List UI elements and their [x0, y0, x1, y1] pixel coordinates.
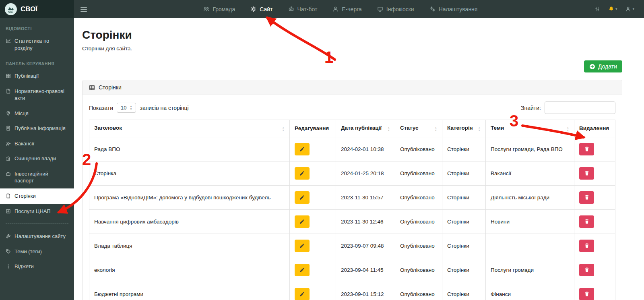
status-cell: Опубліковано [395, 209, 442, 234]
title-cell: Навчання цифрових амбасадорів [89, 209, 290, 234]
topics-cell: Вакансії [486, 161, 574, 185]
brand-logo-icon [5, 3, 17, 15]
status-cell: Опубліковано [395, 258, 442, 282]
status-cell: Опубліковано [395, 234, 442, 258]
sort-icon[interactable]: ▲▼ [567, 126, 569, 132]
sidebar-item-publichna-informatsiia[interactable]: Публічна інформація [0, 121, 74, 136]
sidebar-divider [6, 223, 68, 224]
header-title: Заголовок▲▼ [89, 120, 290, 137]
sidebar-item-posluhy-tsnap[interactable]: Послуги ЦНАП [0, 204, 74, 219]
topics-cell: Фінанси [486, 282, 574, 300]
header-category: Категорія▲▼ [442, 120, 486, 137]
sidebar: ВІДОМОСТІ Статистика по розділу ПАНЕЛЬ К… [0, 18, 74, 300]
topnav-item-nalashtuvannia[interactable]: Налаштування [429, 6, 478, 12]
page-subtitle: Сторінки для сайта. [82, 46, 622, 52]
edit-button[interactable] [295, 215, 310, 228]
search-input[interactable] [545, 101, 615, 114]
sort-icon[interactable]: ▲▼ [388, 126, 390, 132]
sliders-icon[interactable] [594, 6, 600, 12]
status-cell: Опубліковано [395, 137, 442, 161]
card-header: Сторінки [83, 80, 622, 95]
brand-name: СВОЇ [21, 5, 37, 13]
header-edit: Редагування [290, 120, 336, 137]
table-row: екологія 2023-09-04 11:45 Опубліковано С… [89, 258, 615, 282]
sidebar-item-label: Теми (теги) [14, 248, 42, 255]
delete-button[interactable] [579, 215, 594, 228]
page-size-select[interactable]: 10 ▲▼ [117, 103, 136, 113]
topics-cell [486, 234, 574, 258]
category-cell: Сторінки [442, 282, 486, 300]
sidebar-item-normatyvni-akty[interactable]: Нормативно-правові акти [0, 84, 74, 106]
topnav-item-sait[interactable]: Сайт [250, 6, 272, 12]
show-label: Показати [89, 105, 113, 111]
sidebar-item-label: Статистика по розділу [14, 37, 68, 52]
publish-date-cell: 2023-09-01 15:12 [336, 282, 395, 300]
chevron-down-icon: ▾ [615, 7, 617, 11]
notifications-bell-icon[interactable]: ▾ [608, 6, 617, 12]
chevron-down-icon: ▾ [632, 7, 634, 11]
chart-line-icon [6, 38, 11, 43]
topnav-item-e-cherha[interactable]: Е-черга [332, 6, 361, 12]
edit-button[interactable] [295, 240, 310, 252]
edit-button[interactable] [295, 143, 310, 155]
header-topics: Теми▲▼ [486, 120, 574, 137]
category-cell: Сторінки [442, 258, 486, 282]
sidebar-item-mistsia[interactable]: Місця [0, 106, 74, 121]
header-status: Статус▲▼ [395, 120, 442, 137]
topnav-label: Налаштування [439, 6, 478, 12]
trash-icon [584, 170, 590, 176]
services-icon [6, 209, 11, 214]
plus-circle-icon [589, 64, 595, 70]
category-cell: Сторінки [442, 234, 486, 258]
trash-icon [584, 146, 590, 152]
sidebar-item-storinky[interactable]: Сторінки [0, 188, 74, 204]
edit-button[interactable] [295, 167, 310, 180]
brand[interactable]: СВОЇ [0, 0, 74, 18]
topnav-label: Інфокіоски [386, 6, 414, 12]
sidebar-item-nalashtuvannia-saitu[interactable]: Налаштування сайту [0, 229, 74, 244]
edit-button[interactable] [295, 288, 310, 300]
sidebar-item-label: Нормативно-правові акти [14, 88, 68, 102]
sidebar-item-temy-tehy[interactable]: Теми (теги) [0, 244, 74, 259]
edit-button[interactable] [295, 264, 310, 276]
pencil-icon [299, 267, 305, 273]
delete-button[interactable] [579, 143, 594, 155]
sidebar-item-label: Публічна інформація [14, 125, 66, 132]
sort-icon[interactable]: ▲▼ [478, 126, 481, 132]
sort-icon[interactable]: ▲▼ [435, 126, 437, 132]
sidebar-item-ochyshchennia-vlady[interactable]: Очищення влади [0, 151, 74, 166]
sidebar-item-label: Налаштування сайту [14, 233, 66, 240]
sidebar-item-label: Інвестиційний паспорт [14, 170, 68, 184]
sidebar-item-statystyka[interactable]: Статистика по розділу [0, 33, 74, 56]
topnav-item-hromada[interactable]: Громада [203, 6, 235, 12]
publish-date-cell: 2024-01-25 20:18 [336, 161, 395, 185]
delete-button[interactable] [579, 191, 594, 204]
title-cell: Бюджетні програми [89, 282, 290, 300]
pencil-icon [299, 194, 305, 201]
topnav-item-chat-bot[interactable]: Чат-бот [288, 6, 318, 12]
grid-icon [6, 73, 11, 79]
briefcase-icon [6, 171, 11, 176]
table-header-row: Заголовок▲▼ Редагування Дата публікації▲… [89, 120, 615, 137]
delete-button[interactable] [579, 288, 594, 300]
sidebar-item-vakansii[interactable]: Вакансії [0, 136, 74, 151]
menu-toggle-icon[interactable] [80, 7, 87, 12]
trash-icon [584, 194, 590, 200]
topnav-item-infokiosky[interactable]: Інфокіоски [377, 6, 414, 12]
publish-date-cell: 2023-09-07 09:48 [336, 234, 395, 258]
publish-date-cell: 2023-11-30 15:57 [336, 185, 395, 209]
trash-icon [584, 267, 590, 273]
pencil-icon [299, 170, 305, 176]
user-menu-icon[interactable]: ▾ [625, 6, 634, 12]
delete-button[interactable] [579, 240, 594, 252]
sidebar-item-investytsiinyi-pasport[interactable]: Інвестиційний паспорт [0, 166, 74, 188]
sort-icon[interactable]: ▲▼ [282, 126, 285, 132]
add-button[interactable]: Додати [584, 60, 622, 72]
pencil-icon [299, 219, 305, 225]
sidebar-item-vidzhety[interactable]: Віджети [0, 259, 74, 274]
sidebar-item-publikatsii[interactable]: Публікації [0, 68, 74, 84]
delete-button[interactable] [579, 167, 594, 180]
site-gear-icon [250, 6, 256, 12]
delete-button[interactable] [579, 264, 594, 276]
edit-button[interactable] [295, 191, 310, 204]
